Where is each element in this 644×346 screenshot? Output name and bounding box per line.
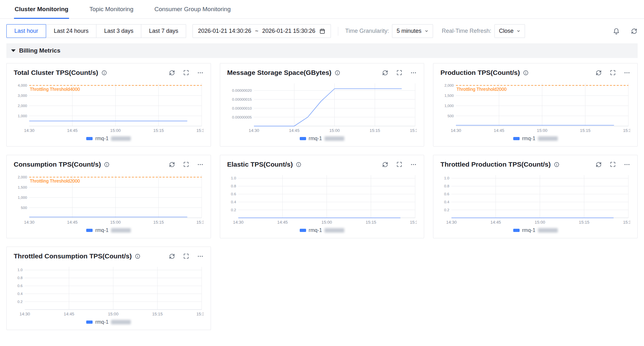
date-range-picker[interactable]: 2026-01-21 14:30:26 ~ 2026-01-21 15:30:2… bbox=[192, 24, 331, 38]
tab-topic-monitoring[interactable]: Topic Monitoring bbox=[89, 0, 134, 18]
legend-label: rmq-1 bbox=[309, 136, 322, 141]
svg-text:15:30: 15:30 bbox=[623, 128, 630, 133]
range-button-last-7-days[interactable]: Last 7 days bbox=[141, 24, 186, 38]
svg-text:15:00: 15:00 bbox=[110, 128, 121, 133]
svg-text:15:15: 15:15 bbox=[369, 128, 380, 133]
fullscreen-icon[interactable] bbox=[183, 161, 189, 168]
legend-label: rmq-1 bbox=[522, 227, 536, 233]
refresh-icon[interactable] bbox=[595, 161, 602, 168]
refresh-icon[interactable] bbox=[169, 161, 175, 168]
svg-text:14:45: 14:45 bbox=[277, 220, 288, 225]
fullscreen-icon[interactable] bbox=[610, 161, 616, 168]
date-end: 2026-01-21 15:30:26 bbox=[262, 28, 315, 34]
legend-label: rmq-1 bbox=[95, 227, 108, 233]
chart-title: Elastic TPS(Count/s) bbox=[227, 161, 293, 168]
info-icon[interactable] bbox=[296, 162, 302, 168]
svg-text:14:45: 14:45 bbox=[64, 312, 74, 316]
chart-title: Throttled Consumption TPS(Count/s) bbox=[14, 252, 132, 260]
bell-icon[interactable] bbox=[613, 28, 620, 35]
legend-redacted bbox=[325, 228, 344, 233]
svg-text:15:00: 15:00 bbox=[321, 220, 332, 225]
chart-actions bbox=[382, 69, 417, 76]
refresh-icon[interactable] bbox=[169, 253, 175, 260]
chart-plot: 0.000000050.000000100.000000150.00000020… bbox=[227, 79, 417, 135]
realtime-refresh-select[interactable]: Close bbox=[494, 24, 525, 38]
refresh-icon[interactable] bbox=[169, 69, 175, 76]
svg-text:Throttling Threshold2000: Throttling Threshold2000 bbox=[457, 87, 507, 92]
fullscreen-icon[interactable] bbox=[396, 161, 402, 168]
refresh-icon[interactable] bbox=[631, 28, 638, 35]
info-icon[interactable] bbox=[104, 162, 110, 168]
chart-legend[interactable]: rmq-1 bbox=[14, 227, 204, 234]
chart-card-header: Production TPS(Count/s) bbox=[440, 69, 630, 76]
refresh-icon[interactable] bbox=[382, 69, 388, 76]
more-icon[interactable] bbox=[624, 161, 630, 168]
svg-text:0.6: 0.6 bbox=[444, 192, 449, 196]
chart-legend[interactable]: rmq-1 bbox=[440, 227, 630, 234]
svg-text:0.8: 0.8 bbox=[231, 184, 236, 188]
chart-legend[interactable]: rmq-1 bbox=[14, 318, 204, 326]
more-icon[interactable] bbox=[197, 161, 204, 168]
fullscreen-icon[interactable] bbox=[183, 69, 189, 76]
legend-redacted bbox=[111, 136, 131, 141]
refresh-icon[interactable] bbox=[382, 161, 388, 168]
chart-legend[interactable]: rmq-1 bbox=[14, 135, 204, 142]
refresh-icon[interactable] bbox=[595, 69, 602, 76]
tab-label: Cluster Monitoring bbox=[15, 6, 68, 12]
chart-card-header: Elastic TPS(Count/s) bbox=[227, 161, 417, 168]
info-icon[interactable] bbox=[334, 70, 340, 76]
chart-card-header: Throttled Consumption TPS(Count/s) bbox=[14, 252, 204, 260]
svg-text:15:15: 15:15 bbox=[580, 128, 591, 133]
svg-text:4,000: 4,000 bbox=[18, 83, 27, 87]
more-icon[interactable] bbox=[624, 69, 630, 76]
collapse-caret-icon bbox=[11, 49, 16, 52]
svg-text:500: 500 bbox=[448, 114, 454, 118]
calendar-icon[interactable] bbox=[319, 28, 326, 34]
svg-text:15:15: 15:15 bbox=[152, 312, 163, 316]
svg-text:14:30: 14:30 bbox=[24, 128, 34, 133]
svg-text:14:30: 14:30 bbox=[446, 220, 457, 225]
svg-text:15:30: 15:30 bbox=[410, 128, 417, 133]
range-button-last-3-days[interactable]: Last 3 days bbox=[96, 24, 141, 38]
range-button-last-hour[interactable]: Last hour bbox=[6, 24, 46, 38]
svg-text:1.0: 1.0 bbox=[444, 176, 450, 180]
tab-consumer-group-monitoring[interactable]: Consumer Group Monitoring bbox=[154, 0, 231, 18]
more-icon[interactable] bbox=[197, 69, 204, 76]
svg-text:Throttling Threshold2000: Throttling Threshold2000 bbox=[30, 178, 80, 184]
chart-legend[interactable]: rmq-1 bbox=[227, 227, 417, 234]
chart-card: Elastic TPS(Count/s) bbox=[220, 155, 424, 238]
chart-legend[interactable]: rmq-1 bbox=[440, 135, 630, 142]
chart-plot: 0.20.40.60.81.014:3014:4515:0015:1515:30 bbox=[227, 171, 417, 227]
info-icon[interactable] bbox=[554, 162, 560, 168]
info-icon[interactable] bbox=[135, 253, 141, 259]
billing-metrics-header[interactable]: Billing Metrics bbox=[6, 43, 638, 58]
svg-text:14:45: 14:45 bbox=[494, 128, 504, 133]
info-icon[interactable] bbox=[101, 70, 107, 76]
realtime-refresh-label: Real-Time Refresh: bbox=[442, 28, 491, 34]
more-icon[interactable] bbox=[410, 69, 417, 76]
info-icon[interactable] bbox=[523, 70, 529, 76]
top-tab-bar: Cluster Monitoring Topic Monitoring Cons… bbox=[0, 0, 644, 19]
svg-text:14:45: 14:45 bbox=[491, 220, 501, 225]
granularity-value: 5 minutes bbox=[396, 28, 421, 34]
svg-text:15:30: 15:30 bbox=[623, 220, 630, 225]
legend-marker-icon bbox=[300, 137, 306, 140]
toolbar-right-icons bbox=[613, 28, 638, 35]
fullscreen-icon[interactable] bbox=[183, 253, 189, 259]
fullscreen-icon[interactable] bbox=[610, 69, 616, 76]
fullscreen-icon[interactable] bbox=[396, 69, 402, 76]
svg-text:0.8: 0.8 bbox=[18, 276, 23, 280]
more-icon[interactable] bbox=[410, 161, 417, 168]
legend-label: rmq-1 bbox=[522, 136, 536, 141]
svg-text:1.0: 1.0 bbox=[231, 176, 236, 180]
granularity-select[interactable]: 5 minutes bbox=[392, 24, 433, 38]
granularity-label: Time Granularity: bbox=[345, 28, 389, 34]
more-icon[interactable] bbox=[197, 253, 204, 260]
range-button-last-24-hours[interactable]: Last 24 hours bbox=[46, 24, 96, 38]
chart-legend[interactable]: rmq-1 bbox=[227, 135, 417, 142]
svg-text:15:30: 15:30 bbox=[410, 220, 417, 225]
svg-text:15:15: 15:15 bbox=[153, 128, 164, 133]
svg-text:500: 500 bbox=[21, 205, 27, 210]
tab-cluster-monitoring[interactable]: Cluster Monitoring bbox=[14, 0, 69, 18]
chart-title: Production TPS(Count/s) bbox=[440, 69, 520, 76]
